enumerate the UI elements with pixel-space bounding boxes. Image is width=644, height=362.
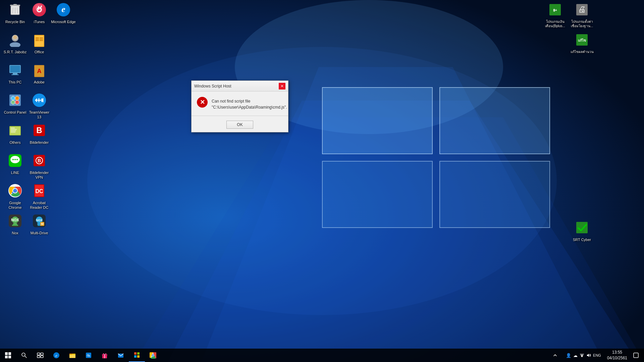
dialog-message: Can not find script file "C:\Users\user\… bbox=[212, 97, 287, 110]
error-dialog: Windows Script Host ✕ ✕ Can not find scr… bbox=[191, 80, 288, 132]
svg-rect-91 bbox=[8, 356, 11, 358]
clock-time: 13:55 bbox=[612, 350, 622, 355]
systray-cloud-icon: ☁ bbox=[573, 353, 578, 358]
svg-rect-89 bbox=[8, 352, 11, 355]
start-button[interactable] bbox=[0, 349, 16, 362]
program2-label: โปรแกรมตั้งค่าเชื่อมโยงฐาน... bbox=[570, 19, 594, 28]
svg-rect-102 bbox=[69, 355, 75, 358]
taskbar-gift-button[interactable] bbox=[97, 349, 113, 362]
systray-language[interactable]: ENG bbox=[593, 353, 601, 357]
desktop-icon-srt[interactable]: S.R.T. Jabobz bbox=[2, 32, 29, 55]
desktop-icon-google-chrome[interactable]: GoogleChrome bbox=[2, 183, 29, 210]
svg-line-93 bbox=[25, 356, 26, 358]
desktop-icon-edge[interactable]: e Microsoft Edge bbox=[50, 2, 77, 24]
svg-rect-118 bbox=[581, 355, 583, 356]
svg-rect-109 bbox=[134, 352, 137, 355]
svg-text:e: e bbox=[55, 353, 57, 358]
desktop-icon-line[interactable]: LINE bbox=[2, 153, 29, 175]
svg-rect-28 bbox=[36, 39, 39, 40]
program1-icon: ฿+ bbox=[547, 2, 563, 18]
dialog-body: ✕ Can not find script file "C:\Users\use… bbox=[192, 92, 288, 113]
taskbar-app-button[interactable] bbox=[129, 349, 145, 362]
svg-point-57 bbox=[14, 159, 16, 160]
desktop-icon-acrobat[interactable]: DC AcrobatReader DC bbox=[26, 183, 53, 210]
svg-rect-9 bbox=[13, 4, 17, 5]
svg-text:B: B bbox=[36, 126, 42, 135]
desktop-icon-srt-cyber[interactable]: SRT Cyber bbox=[569, 220, 595, 242]
dialog-title: Windows Script Host bbox=[194, 84, 231, 88]
desktop-icon-control-panel[interactable]: Control Panel bbox=[2, 92, 29, 115]
systray-icons: 👤 ☁ ENG bbox=[563, 353, 604, 358]
others-label: Others bbox=[8, 140, 21, 145]
acrobat-label: AcrobatReader DC bbox=[29, 200, 49, 210]
desktop-icon-recycle-bin[interactable]: Recycle Bin bbox=[2, 2, 29, 24]
svg-text:฿+: ฿+ bbox=[553, 8, 557, 12]
google-chrome-icon bbox=[7, 183, 23, 199]
svg-point-23 bbox=[10, 42, 20, 47]
desktop-icon-nox[interactable]: NOX Nox bbox=[2, 213, 29, 236]
desktop-icon-program1[interactable]: ฿+ โปรแกรมเงินเดือน(Bplus... bbox=[542, 2, 569, 28]
show-hidden-icons-button[interactable] bbox=[547, 349, 563, 362]
taskbar-mail-button[interactable] bbox=[113, 349, 129, 362]
svg-point-58 bbox=[16, 159, 18, 160]
dialog-footer: OK bbox=[192, 119, 288, 132]
dialog-close-button[interactable]: ✕ bbox=[279, 83, 285, 89]
svg-text:🖨: 🖨 bbox=[578, 5, 586, 14]
svg-rect-97 bbox=[41, 356, 43, 358]
bitdefender-vpn-icon: B bbox=[31, 153, 47, 169]
win-pane-top-left bbox=[322, 87, 433, 154]
svg-rect-121 bbox=[634, 353, 638, 358]
svg-point-116 bbox=[152, 355, 154, 356]
taskbar-chrome-button[interactable] bbox=[145, 349, 161, 362]
bitdefender-vpn-label: BitdefenderVPN bbox=[29, 170, 50, 180]
notification-center-button[interactable] bbox=[631, 349, 641, 362]
svg-rect-48 bbox=[11, 128, 15, 128]
svg-point-56 bbox=[12, 159, 14, 160]
srt-cyber-icon bbox=[574, 220, 590, 236]
control-panel-icon bbox=[7, 92, 23, 108]
office-label: Office bbox=[34, 49, 45, 55]
taskbar-taskview-button[interactable] bbox=[32, 349, 48, 362]
taskbar-search-button[interactable] bbox=[16, 349, 32, 362]
desktop-icon-itunes[interactable]: iTunes bbox=[26, 2, 53, 24]
teamviewer-label: TeamViewer13 bbox=[28, 110, 50, 120]
svg-rect-40 bbox=[9, 95, 21, 106]
desktop-icon-program2[interactable]: 🖨 โปรแกรมตั้งค่าเชื่อมโยงฐาน... bbox=[569, 2, 595, 28]
taskbar-explorer-button[interactable] bbox=[64, 349, 80, 362]
dialog-ok-button[interactable]: OK bbox=[226, 121, 253, 129]
srt-cyber-label: SRT Cyber bbox=[572, 237, 592, 242]
desktop-icon-office[interactable]: Office bbox=[26, 32, 53, 55]
teamviewer-icon bbox=[31, 92, 47, 108]
desktop-icon-adobe[interactable]: A Adobe bbox=[26, 62, 53, 85]
desktop-icon-program3[interactable]: แก้ไข แก้ไขผลคำนวน bbox=[569, 32, 595, 54]
desktop-icon-multi-drive[interactable]: NOX M Multi-Drive bbox=[26, 213, 53, 236]
svg-rect-117 bbox=[581, 356, 583, 357]
svg-point-43 bbox=[11, 100, 15, 104]
taskbar-store-button[interactable]: 🛍 bbox=[80, 349, 97, 362]
multi-drive-icon: NOX M bbox=[31, 213, 47, 229]
error-circle-icon: ✕ bbox=[197, 97, 208, 108]
svg-point-65 bbox=[13, 189, 17, 193]
taskbar-pinned-apps: e 🛍 bbox=[48, 349, 161, 362]
taskbar-edge-button[interactable]: e bbox=[48, 349, 64, 362]
desktop-icon-thispc[interactable]: This PC bbox=[2, 62, 29, 85]
desktop-icon-others[interactable]: Others bbox=[2, 122, 29, 145]
program3-label: แก้ไขผลคำนวน bbox=[570, 49, 595, 54]
svg-rect-88 bbox=[5, 352, 8, 355]
desktop-icon-bitdefender[interactable]: B Bitdefender bbox=[26, 122, 53, 145]
edge-label: Microsoft Edge bbox=[50, 19, 76, 24]
srt-icon bbox=[7, 32, 23, 48]
srt-label: S.R.T. Jabobz bbox=[3, 49, 28, 55]
desktop-icon-teamviewer[interactable]: TeamViewer13 bbox=[26, 92, 53, 120]
line-icon bbox=[7, 153, 23, 169]
svg-rect-51 bbox=[11, 132, 15, 132]
acrobat-icon: DC bbox=[31, 183, 47, 199]
svg-text:B: B bbox=[38, 158, 41, 163]
taskbar-clock[interactable]: 13:55 04/10/2561 bbox=[604, 350, 631, 361]
dialog-message-line2: "C:\Users\user\AppData\Roaming\cmd.js". bbox=[212, 105, 287, 110]
office-icon bbox=[31, 32, 47, 48]
svg-rect-95 bbox=[41, 353, 43, 355]
desktop: Recycle Bin iTunes bbox=[0, 0, 644, 362]
desktop-icon-bitdefender-vpn[interactable]: B BitdefenderVPN bbox=[26, 153, 53, 180]
systray-user-icon: 👤 bbox=[566, 353, 571, 358]
